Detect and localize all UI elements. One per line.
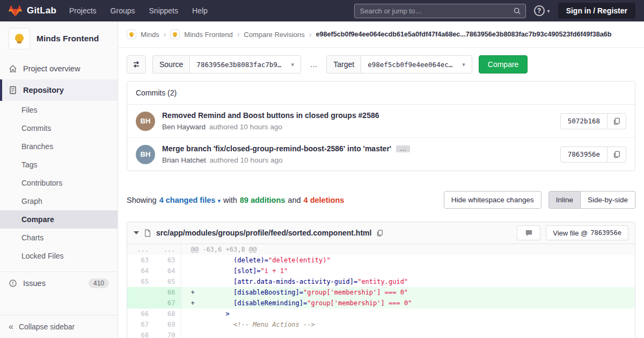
avatar: BH <box>136 112 155 131</box>
swap-arrows-icon <box>132 60 141 69</box>
sidebar-item-contributors[interactable]: Contributors <box>0 174 118 192</box>
diff-code-line: + [disableReminding]="group['membership'… <box>181 298 635 308</box>
inline-view-button[interactable]: Inline <box>548 191 581 209</box>
sidebar-item-branches[interactable]: Branches <box>0 137 118 156</box>
diff-code-line: (delete)="delete(entity)" <box>181 255 635 266</box>
question-icon: ? <box>534 5 545 16</box>
additions-count: 89 additions <box>240 196 286 204</box>
chevron-right-icon: › <box>309 30 312 39</box>
issues-icon <box>9 279 17 288</box>
changed-files-dropdown[interactable]: 4 changed files ▾ <box>159 196 221 204</box>
sidebar-item-compare[interactable]: Compare <box>0 210 118 229</box>
old-line-number[interactable] <box>127 287 154 298</box>
old-line-number[interactable]: 67 <box>127 319 154 330</box>
new-line-number[interactable]: 66 <box>154 287 181 298</box>
breadcrumb-group-link[interactable]: Minds <box>141 31 159 39</box>
diff-view-toggle: Inline Side-by-side <box>548 191 635 209</box>
project-header[interactable]: Minds Frontend <box>0 21 118 58</box>
new-line-number[interactable]: 65 <box>154 276 181 287</box>
nav-snippets[interactable]: Snippets <box>149 6 178 15</box>
nav-help[interactable]: Help <box>192 6 208 15</box>
breadcrumb-project-link[interactable]: Minds Frontend <box>184 31 232 39</box>
old-line-number[interactable]: 64 <box>127 266 154 276</box>
diff-code-line: > <box>181 308 635 319</box>
diff-line: 66+ [disableBoosting]="group['membership… <box>127 287 635 298</box>
sidebar-item-graph[interactable]: Graph <box>0 192 118 210</box>
chevron-right-icon: › <box>237 30 240 39</box>
diff-code-line: + [disableBoosting]="group['membership']… <box>181 287 635 298</box>
toggle-comments-button[interactable] <box>517 225 540 240</box>
old-line-number[interactable]: 63 <box>127 255 154 266</box>
diff-file-path: src/app/modules/groups/profile/feed/sort… <box>156 229 371 237</box>
new-line-number[interactable]: 64 <box>154 266 181 276</box>
diff-code-line: <!-- Menu Actions --> <box>181 319 635 330</box>
copy-sha-button[interactable] <box>608 113 626 129</box>
nav-projects[interactable]: Projects <box>69 6 97 15</box>
diff-line: 6668 > <box>127 308 635 319</box>
old-line-number[interactable]: 66 <box>127 308 154 319</box>
commit-title-link[interactable]: Merge branch 'fix/closed-group-remind-bo… <box>162 144 391 153</box>
expand-commit-message-button[interactable]: … <box>396 145 410 152</box>
commit-sha-link[interactable]: 7863956e <box>560 146 608 163</box>
gitlab-tanuki-icon <box>9 4 22 17</box>
target-dropdown[interactable]: e98ef5cb0f9e4ee064ec… ▾ <box>361 55 472 74</box>
commit-sha-link[interactable]: 5072b168 <box>560 113 608 129</box>
gitlab-home-link[interactable]: GitLab <box>9 4 56 17</box>
new-line-number[interactable]: ... <box>154 244 181 255</box>
old-line-number[interactable]: 68 <box>127 330 154 338</box>
old-line-number[interactable]: ... <box>127 244 154 255</box>
source-label: Source <box>152 55 189 74</box>
search-input[interactable] <box>354 4 526 18</box>
old-line-number[interactable] <box>127 298 154 308</box>
sidebar-item-files[interactable]: Files <box>0 101 118 119</box>
top-navbar: GitLab Projects Groups Snippets Help ? ▾… <box>0 0 644 21</box>
help-menu[interactable]: ? ▾ <box>534 5 550 16</box>
commit-row: BH Removed Remind and Boost buttons in c… <box>127 105 635 137</box>
comment-bubble-icon <box>525 229 533 237</box>
sidebar-item-issues[interactable]: Issues 410 <box>0 271 118 295</box>
swap-revisions-button[interactable] <box>127 55 146 74</box>
collapse-sidebar-button[interactable]: « Collapse sidebar <box>0 315 118 338</box>
sidebar-item-project-overview[interactable]: Project overview <box>0 58 118 79</box>
diff-line: 6769 <!-- Menu Actions --> <box>127 319 635 330</box>
new-line-number[interactable]: 70 <box>154 330 181 338</box>
new-line-number[interactable]: 68 <box>154 308 181 319</box>
new-line-number[interactable]: 69 <box>154 319 181 330</box>
search-icon <box>513 7 521 15</box>
new-line-number[interactable]: 67 <box>154 298 181 308</box>
avatar: BH <box>136 145 155 164</box>
commit-author-link[interactable]: Brian Hatchet <box>162 156 206 164</box>
and-label: and <box>288 196 301 204</box>
commit-title-link[interactable]: Removed Remind and Boost buttons in clos… <box>162 111 379 120</box>
diff-line: 6363 (delete)="delete(entity)" <box>127 255 635 266</box>
diff-file-panel: src/app/modules/groups/profile/feed/sort… <box>127 222 635 338</box>
brand-wordmark: GitLab <box>27 5 56 16</box>
commit-author-link[interactable]: Ben Hayward <box>162 123 206 131</box>
sidebar-item-charts[interactable]: Charts <box>0 229 118 247</box>
file-icon <box>144 229 151 237</box>
copy-path-icon[interactable] <box>376 230 383 237</box>
diff-file-header: src/app/modules/groups/profile/feed/sort… <box>127 222 635 244</box>
collapse-diff-icon[interactable] <box>134 231 139 234</box>
sidebar-item-tags[interactable]: Tags <box>0 156 118 174</box>
diff-code-line: [attr.data-minds-activity-guid]="entity.… <box>181 276 635 287</box>
side-by-side-view-button[interactable]: Side-by-side <box>581 191 635 209</box>
new-line-number[interactable]: 63 <box>154 255 181 266</box>
diff-line: 6870 <box>127 330 635 338</box>
view-file-button[interactable]: View file @ 7863956e <box>546 225 628 240</box>
diff-stats-bar: Showing 4 changed files ▾ with 89 additi… <box>127 191 635 209</box>
sidebar-item-commits[interactable]: Commits <box>0 119 118 137</box>
repository-icon <box>9 86 17 94</box>
source-dropdown[interactable]: 7863956e3b8083fac7b9… ▾ <box>189 55 301 74</box>
nav-groups[interactable]: Groups <box>111 6 135 15</box>
sidebar-item-locked-files[interactable]: Locked Files <box>0 247 118 265</box>
old-line-number[interactable]: 65 <box>127 276 154 287</box>
source-selector: Source 7863956e3b8083fac7b9… ▾ <box>152 55 301 74</box>
sign-in-button[interactable]: Sign in / Register <box>558 3 635 19</box>
copy-sha-button[interactable] <box>608 146 626 163</box>
compare-button[interactable]: Compare <box>479 55 528 74</box>
sidebar-item-repository[interactable]: Repository <box>0 79 118 101</box>
breadcrumb-page-link[interactable]: Compare Revisions <box>244 31 304 39</box>
hide-whitespace-button[interactable]: Hide whitespace changes <box>444 191 541 209</box>
compare-form: Source 7863956e3b8083fac7b9… ▾ ... Targe… <box>127 55 635 74</box>
